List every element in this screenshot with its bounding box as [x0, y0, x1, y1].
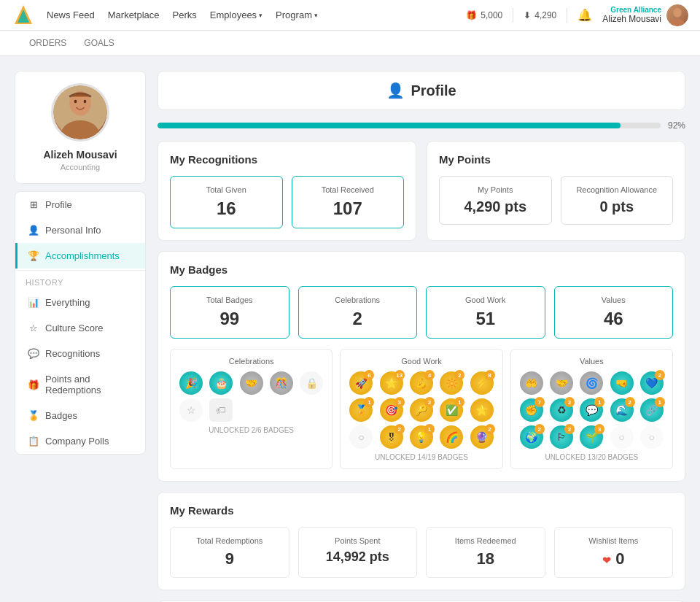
my-points-card: My Points My Points 4,290 pts Recognitio… [427, 141, 685, 241]
items-redeemed-value: 18 [434, 549, 537, 568]
badge-count: 2 [655, 370, 665, 380]
items-redeemed-label: Items Redeemed [434, 536, 537, 545]
points-title: My Points [439, 153, 673, 166]
divider [513, 8, 513, 23]
badge-icon: 🤜 [610, 371, 634, 395]
badge-icon: ♻2 [550, 398, 573, 422]
badge-icon: 🌍2 [520, 425, 543, 449]
badge-icon: 🏳2 [550, 425, 573, 449]
total-given-label: Total Given [178, 185, 275, 194]
badge-icon: 🤝 [550, 371, 573, 395]
profile-header-card: 👤 Profile [158, 71, 685, 110]
sidebar-label: Points and Redemptions [45, 374, 135, 395]
sidebar-item-recognitions[interactable]: 💬 Recognitions [15, 341, 145, 366]
trophy-icon: 🏆 [28, 250, 39, 261]
badge-icon-locked: ○ [610, 425, 634, 449]
rewards-title: My Rewards [170, 504, 673, 517]
sidebar-item-points-redemptions[interactable]: 🎁 Points and Redemptions [15, 366, 145, 403]
badge-count: 2 [564, 424, 575, 434]
badge-count: 1 [454, 397, 464, 407]
sidebar-department: Accounting [27, 163, 133, 171]
badge-groups-row: Celebrations 🎉 🎂 🤝 🎊 🔒 ☆ 🏷 UNLOCKED 2/6 … [170, 349, 673, 469]
progress-percent: 92% [668, 120, 685, 131]
badge-count: 2 [454, 370, 464, 380]
sidebar-label: Profile [45, 199, 72, 210]
sidebar: Alizeh Mousavi Accounting ⊞ Profile 👤 Pe… [15, 71, 146, 602]
sidebar-item-accomplishments[interactable]: 🏆 Accomplishments [15, 243, 145, 269]
gift-icon: 🎁 [28, 379, 39, 390]
sidebar-item-personal-info[interactable]: 👤 Personal Info [15, 217, 145, 243]
user-info: Green Alliance Alizeh Mousavi [602, 6, 661, 24]
progress-bar-row: 92% [158, 120, 685, 131]
download-icon: ⬇ [524, 10, 531, 20]
badge-icon: 💬1 [580, 398, 603, 422]
badge-icon: ✅1 [440, 398, 463, 422]
sidebar-item-profile[interactable]: ⊞ Profile [15, 192, 145, 217]
subnav-goals[interactable]: GOALS [84, 31, 114, 55]
chevron-down-icon: ▾ [259, 12, 262, 19]
badge-count: 2 [424, 397, 435, 407]
my-points-label: My Points [447, 185, 544, 194]
badge-icon: ☆ [179, 398, 203, 422]
badge-icon: 🎯3 [380, 398, 403, 422]
user-company: Green Alliance [602, 6, 661, 14]
badges-stat-row: Total Badges 99 Celebrations 2 Good Work… [170, 286, 673, 339]
sidebar-label: Everything [45, 297, 90, 308]
badge-count: 3 [394, 397, 405, 407]
nav-employees[interactable]: Employees ▾ [210, 9, 262, 20]
badge-count: 6 [364, 370, 374, 380]
allowance-value: 0 pts [569, 198, 666, 215]
badge-icon: 🔑2 [410, 398, 433, 422]
total-redemptions-label: Total Redemptions [178, 536, 281, 545]
badge-count: 1 [594, 397, 604, 407]
sidebar-item-badges[interactable]: 🏅 Badges [15, 403, 145, 428]
celebrations-box: Celebrations 2 [298, 286, 418, 339]
profile-title: Profile [411, 82, 456, 99]
notification-bell-icon[interactable]: 🔔 [578, 8, 592, 22]
svg-point-3 [671, 18, 685, 26]
badge-icon: 🤲 [520, 371, 543, 395]
sidebar-label: Personal Info [45, 225, 101, 236]
badge-icon: 🔗1 [640, 398, 664, 422]
sidebar-divider [15, 270, 145, 271]
good-work-box: Good Work 51 [426, 286, 545, 339]
good-work-icons: 🚀6 ⭐13 💪4 🔆2 ⚡8 🏅1 🎯3 🔑2 ✅1 🌟 ○ 🎖2 💡1 [348, 371, 494, 449]
subnav-orders[interactable]: ORDERS [29, 31, 66, 55]
sidebar-item-company-polls[interactable]: 📋 Company Polls [15, 428, 145, 454]
allowance-box: Recognition Allowance 0 pts [561, 176, 674, 225]
chat-icon: 💬 [28, 348, 39, 359]
sidebar-avatar [51, 83, 109, 142]
nav-program[interactable]: Program ▾ [276, 9, 318, 20]
wishlist-label: Wishlist Items [562, 536, 666, 545]
my-points-value: 4,290 pts [447, 198, 544, 215]
svg-point-8 [84, 100, 87, 104]
my-recognitions-card: My Recognitions Total Given 16 Total Rec… [158, 141, 416, 241]
badge-count: 1 [424, 424, 435, 434]
sidebar-item-culture-score[interactable]: ☆ Culture Score [15, 315, 145, 341]
nav-perks[interactable]: Perks [173, 9, 197, 20]
good-work-label: Good Work [434, 296, 537, 304]
nav-marketplace[interactable]: Marketplace [108, 9, 160, 20]
good-work-group-title: Good Work [348, 357, 494, 366]
nav-download-points: ⬇ 4,290 [524, 10, 556, 20]
allowance-label: Recognition Allowance [569, 185, 666, 194]
celebrations-icons: 🎉 🎂 🤝 🎊 🔒 ☆ 🏷 [178, 371, 324, 422]
badge-icon: 🔆2 [440, 371, 463, 395]
values-unlocked-text: UNLOCKED 13/20 BADGES [518, 453, 665, 461]
user-menu[interactable]: Green Alliance Alizeh Mousavi [602, 4, 688, 26]
recognitions-points-row: My Recognitions Total Given 16 Total Rec… [158, 141, 685, 241]
badge-icon: 🎖2 [380, 425, 403, 449]
badge-icon: 🌱3 [580, 425, 603, 449]
rewards-stats-row: Total Redemptions 9 Points Spent 14,992 … [170, 527, 673, 578]
person-icon: 👤 [28, 225, 39, 236]
celebrations-value: 2 [306, 309, 410, 329]
divider [567, 8, 567, 23]
app-logo[interactable] [12, 4, 35, 27]
nav-news-feed[interactable]: News Feed [47, 9, 95, 20]
sidebar-item-everything[interactable]: 📊 Everything [15, 290, 145, 315]
badge-icon-locked: 🔒 [300, 371, 323, 395]
badge-icon: 🎊 [270, 371, 293, 395]
celebrations-group-title: Celebrations [178, 357, 324, 366]
sidebar-label: Company Polls [45, 436, 109, 447]
badge-count: 2 [534, 424, 545, 434]
